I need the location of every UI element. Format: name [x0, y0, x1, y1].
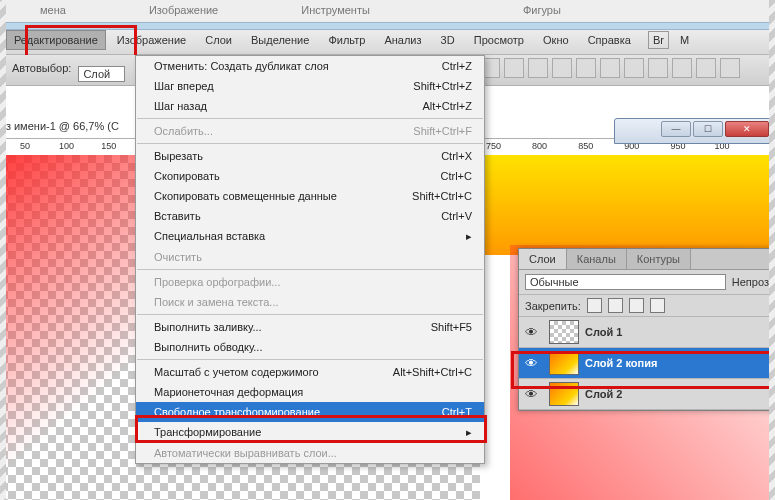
visibility-icon[interactable]: 👁 [519, 325, 543, 340]
menu-analysis[interactable]: Анализ [376, 30, 429, 50]
mi-puppet-warp[interactable]: Марионеточная деформация [136, 382, 484, 402]
menu-help[interactable]: Справка [580, 30, 639, 50]
ruler-tick: 150 [99, 141, 116, 151]
maximize-icon: ☐ [704, 124, 712, 134]
align-icon[interactable] [696, 58, 716, 78]
layers-tabs: Слои Каналы Контуры [519, 249, 775, 270]
torn-edge-left [0, 0, 6, 500]
lock-all-icon[interactable] [650, 298, 665, 313]
tab-channels[interactable]: Каналы [567, 249, 627, 269]
visibility-icon[interactable]: 👁 [519, 356, 543, 371]
ruler-tick: 100 [57, 141, 74, 151]
mi-transform[interactable]: Трансформирование▸ [136, 422, 484, 443]
align-icon[interactable] [600, 58, 620, 78]
close-icon: ✕ [743, 124, 751, 134]
edit-menu-dropdown: Отменить: Создать дубликат слояCtrl+Z Ша… [135, 55, 485, 464]
blend-mode-dropdown[interactable]: Обычные [525, 274, 726, 290]
lock-position-icon[interactable] [629, 298, 644, 313]
window-close-button[interactable]: ✕ [725, 121, 769, 137]
mi-clear: Очистить [136, 247, 484, 267]
menu-more: M [672, 30, 697, 50]
align-icon[interactable] [648, 58, 668, 78]
lock-image-icon[interactable] [608, 298, 623, 313]
mi-content-aware-scale[interactable]: Масштаб с учетом содержимогоAlt+Shift+Ct… [136, 362, 484, 382]
ruler-left: 50 100 150 [0, 138, 145, 156]
menu-image[interactable]: Изображение [109, 30, 194, 50]
title-bar-strip [0, 22, 775, 30]
align-icons [480, 58, 744, 80]
lock-label: Закрепить: [525, 300, 581, 312]
visibility-icon[interactable]: 👁 [519, 387, 543, 402]
mi-auto-align: Автоматически выравнивать слои... [136, 443, 484, 463]
align-icon[interactable] [624, 58, 644, 78]
layer-thumbnail [549, 320, 579, 344]
opacity-label: Непроз [732, 276, 769, 288]
mi-fade: Ослабить...Shift+Ctrl+F [136, 121, 484, 141]
top-menu-shapes[interactable]: Фигуры [523, 0, 561, 20]
bridge-button[interactable]: Br [648, 31, 669, 49]
document-tab[interactable]: ез имени-1 @ 66,7% (С [0, 120, 119, 132]
layers-panel: Слои Каналы Контуры Обычные Непроз Закре… [518, 248, 775, 411]
mi-paste[interactable]: ВставитьCtrl+V [136, 206, 484, 226]
mi-copy[interactable]: СкопироватьCtrl+C [136, 166, 484, 186]
mi-copy-merged[interactable]: Скопировать совмещенные данныеShift+Ctrl… [136, 186, 484, 206]
document-window-buttons: — ☐ ✕ [614, 118, 772, 144]
align-icon[interactable] [528, 58, 548, 78]
top-menu-image[interactable]: Изображение [149, 0, 218, 20]
mi-undo[interactable]: Отменить: Создать дубликат слояCtrl+Z [136, 56, 484, 76]
lock-transparent-icon[interactable] [587, 298, 602, 313]
menu-window[interactable]: Окно [535, 30, 577, 50]
menu-select[interactable]: Выделение [243, 30, 317, 50]
mi-spelling: Проверка орфографии... [136, 272, 484, 292]
menu-filter[interactable]: Фильтр [320, 30, 373, 50]
torn-edge-right [769, 0, 775, 500]
align-icon[interactable] [504, 58, 524, 78]
layer-name: Слой 2 копия [585, 357, 657, 369]
layer-name: Слой 2 [585, 388, 622, 400]
minimize-icon: — [672, 124, 681, 134]
mi-step-forward[interactable]: Шаг впередShift+Ctrl+Z [136, 76, 484, 96]
tab-layers[interactable]: Слои [519, 249, 567, 269]
top-menu-undo[interactable]: мена [40, 0, 66, 20]
window-maximize-button[interactable]: ☐ [693, 121, 723, 137]
menu-view[interactable]: Просмотр [466, 30, 532, 50]
align-icon[interactable] [552, 58, 572, 78]
mi-free-transform[interactable]: Свободное трансформированиеCtrl+T [136, 402, 484, 422]
mi-step-back[interactable]: Шаг назадAlt+Ctrl+Z [136, 96, 484, 116]
top-menu-tools[interactable]: Инструменты [301, 0, 370, 20]
gradient-content [480, 155, 775, 255]
mi-stroke[interactable]: Выполнить обводку... [136, 337, 484, 357]
ruler-tick: 850 [576, 141, 593, 151]
align-icon[interactable] [576, 58, 596, 78]
menu-edit[interactable]: Редактирование [6, 30, 106, 50]
layer-row[interactable]: 👁 Слой 1 [519, 317, 775, 348]
main-menubar: Редактирование Изображение Слои Выделени… [0, 30, 775, 55]
layer-name: Слой 1 [585, 326, 622, 338]
mi-find-replace: Поиск и замена текста... [136, 292, 484, 312]
ruler-tick: 50 [18, 141, 30, 151]
ruler-tick: 800 [530, 141, 547, 151]
mi-cut[interactable]: ВырезатьCtrl+X [136, 146, 484, 166]
layer-thumbnail [549, 351, 579, 375]
mi-paste-special[interactable]: Специальная вставка▸ [136, 226, 484, 247]
auto-select-dropdown[interactable]: Слой [78, 66, 125, 82]
window-minimize-button[interactable]: — [661, 121, 691, 137]
layer-row[interactable]: 👁 Слой 2 [519, 379, 775, 410]
align-icon[interactable] [672, 58, 692, 78]
tab-paths[interactable]: Контуры [627, 249, 691, 269]
menu-3d[interactable]: 3D [433, 30, 463, 50]
ruler-tick: 750 [484, 141, 501, 151]
align-icon[interactable] [720, 58, 740, 78]
mi-fill[interactable]: Выполнить заливку...Shift+F5 [136, 317, 484, 337]
menu-layers[interactable]: Слои [197, 30, 240, 50]
layer-row-selected[interactable]: 👁 Слой 2 копия [519, 348, 775, 379]
app-top-menu: мена Изображение Инструменты Фигуры [0, 0, 775, 23]
layer-thumbnail [549, 382, 579, 406]
auto-select-label: Автовыбор: [12, 55, 71, 74]
